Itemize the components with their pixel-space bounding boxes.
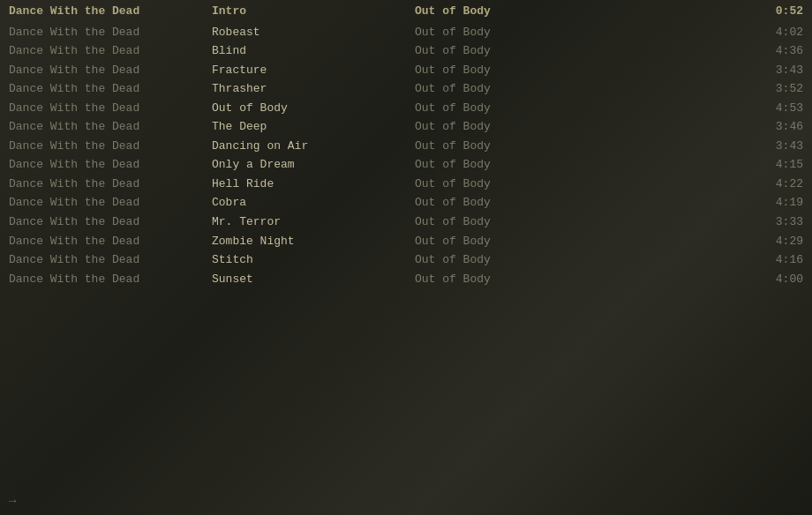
track-album: Out of Body: [415, 81, 618, 97]
track-album: Out of Body: [415, 119, 618, 135]
track-title: Zombie Night: [212, 234, 415, 250]
track-title: Out of Body: [212, 101, 415, 116]
track-duration: 4:22: [618, 176, 803, 192]
table-row[interactable]: Dance With the DeadOut of BodyOut of Bod…: [0, 99, 812, 118]
track-album: Out of Body: [415, 214, 618, 230]
track-duration: 3:43: [618, 63, 803, 78]
table-row[interactable]: Dance With the DeadOnly a DreamOut of Bo…: [0, 155, 812, 175]
table-row[interactable]: Dance With the DeadThrasherOut of Body3:…: [0, 79, 812, 99]
track-album: Out of Body: [415, 63, 618, 78]
track-duration: 4:16: [618, 252, 803, 268]
table-row[interactable]: Dance With the DeadHell RideOut of Body4…: [0, 175, 812, 194]
track-album: Out of Body: [415, 252, 618, 268]
track-duration: 4:53: [618, 101, 803, 116]
table-row[interactable]: Dance With the DeadZombie NightOut of Bo…: [0, 232, 812, 251]
track-album: Out of Body: [415, 138, 618, 154]
track-artist: Dance With the Dead: [9, 25, 212, 41]
track-list: Dance With the Dead Intro Out of Body 0:…: [0, 0, 812, 288]
track-artist: Dance With the Dead: [9, 252, 212, 268]
track-title: Thrasher: [212, 81, 415, 97]
table-row[interactable]: Dance With the DeadRobeastOut of Body4:0…: [0, 23, 812, 42]
track-artist: Dance With the Dead: [9, 234, 212, 250]
header-artist: Dance With the Dead: [9, 4, 212, 19]
track-title: Stitch: [212, 252, 415, 268]
table-row[interactable]: Dance With the DeadCobraOut of Body4:19: [0, 193, 812, 213]
track-title: Mr. Terror: [212, 214, 415, 230]
table-row[interactable]: Dance With the DeadMr. TerrorOut of Body…: [0, 213, 812, 232]
track-duration: 3:46: [618, 119, 803, 135]
track-artist: Dance With the Dead: [9, 272, 212, 287]
header-album: Out of Body: [415, 4, 618, 19]
track-duration: 3:33: [618, 214, 803, 230]
table-row[interactable]: Dance With the DeadBlindOut of Body4:36: [0, 41, 812, 61]
table-row[interactable]: Dance With the DeadStitchOut of Body4:16: [0, 250, 812, 270]
table-row[interactable]: Dance With the DeadDancing on AirOut of …: [0, 137, 812, 156]
track-album: Out of Body: [415, 101, 618, 116]
track-album: Out of Body: [415, 195, 618, 211]
track-duration: 3:52: [618, 81, 803, 97]
table-row[interactable]: Dance With the DeadSunsetOut of Body4:00: [0, 270, 812, 289]
track-title: Blind: [212, 43, 415, 59]
track-artist: Dance With the Dead: [9, 195, 212, 211]
track-title: Hell Ride: [212, 176, 415, 192]
track-album: Out of Body: [415, 272, 618, 287]
bottom-arrow: →: [9, 494, 16, 508]
track-duration: 3:43: [618, 138, 803, 154]
track-duration: 4:15: [618, 157, 803, 173]
track-duration: 4:36: [618, 43, 803, 59]
track-album: Out of Body: [415, 176, 618, 192]
track-duration: 4:29: [618, 234, 803, 250]
header-title: Intro: [212, 4, 415, 19]
track-title: Fracture: [212, 63, 415, 78]
table-row[interactable]: Dance With the DeadFractureOut of Body3:…: [0, 61, 812, 80]
track-artist: Dance With the Dead: [9, 157, 212, 173]
track-artist: Dance With the Dead: [9, 101, 212, 116]
track-album: Out of Body: [415, 157, 618, 173]
track-album: Out of Body: [415, 43, 618, 59]
track-title: Cobra: [212, 195, 415, 211]
track-artist: Dance With the Dead: [9, 119, 212, 135]
track-artist: Dance With the Dead: [9, 81, 212, 97]
track-title: Dancing on Air: [212, 138, 415, 154]
track-duration: 4:00: [618, 272, 803, 287]
track-duration: 4:02: [618, 25, 803, 41]
track-title: Only a Dream: [212, 157, 415, 173]
header-duration: 0:52: [618, 4, 803, 19]
track-title: The Deep: [212, 119, 415, 135]
track-artist: Dance With the Dead: [9, 138, 212, 154]
track-duration: 4:19: [618, 195, 803, 211]
track-album: Out of Body: [415, 234, 618, 250]
track-artist: Dance With the Dead: [9, 43, 212, 59]
track-list-header: Dance With the Dead Intro Out of Body 0:…: [0, 0, 812, 23]
track-artist: Dance With the Dead: [9, 63, 212, 78]
track-title: Robeast: [212, 25, 415, 41]
track-artist: Dance With the Dead: [9, 176, 212, 192]
track-album: Out of Body: [415, 25, 618, 41]
track-artist: Dance With the Dead: [9, 214, 212, 230]
track-title: Sunset: [212, 272, 415, 287]
table-row[interactable]: Dance With the DeadThe DeepOut of Body3:…: [0, 117, 812, 137]
